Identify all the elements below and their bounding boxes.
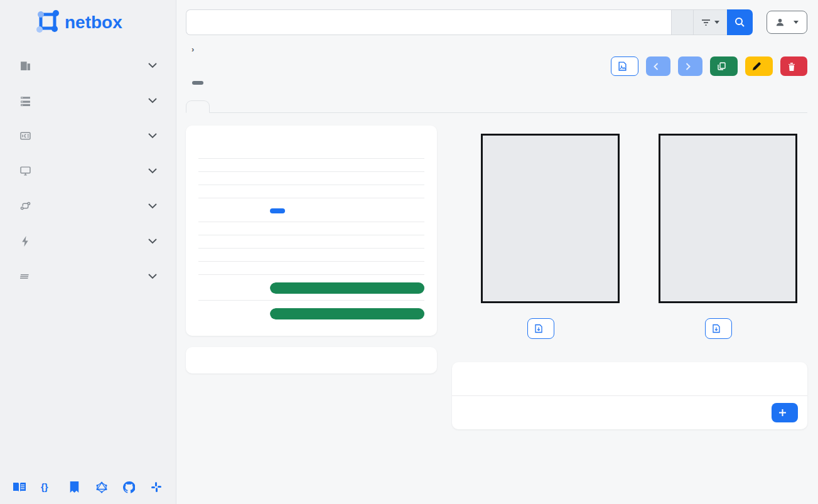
lines-icon [19,270,31,282]
add-non-racked-device-button[interactable] [772,403,798,422]
content-area [186,126,807,429]
trash-icon [788,62,795,71]
main-content: › [176,0,818,504]
search-icon [735,17,745,28]
github-icon[interactable] [122,480,136,494]
sidebar-item-ipam[interactable] [0,118,176,153]
table-row-asset-tag [198,248,424,261]
table-row-facility-id [198,171,424,185]
non-racked-devices-panel [452,362,807,429]
non-racked-empty-text [452,374,807,395]
tab-change-log[interactable] [232,100,255,113]
docs-book-icon[interactable] [13,480,26,494]
unit-numbers [462,134,476,303]
breadcrumb: › [186,45,807,54]
top-navbar [186,9,807,35]
sidebar-item-circuits[interactable] [0,188,176,223]
rack-frame [659,134,797,303]
table-row-site [198,146,424,158]
rest-api-icon[interactable]: {} [40,480,54,494]
filter-icon [701,19,711,26]
table-row-space-utilization [198,274,424,300]
svg-text:{}: {} [41,481,48,492]
circuit-icon [19,200,31,212]
sidebar-item-power[interactable] [0,223,176,259]
copy-icon [718,62,726,71]
ipam-icon [19,129,31,142]
sidebar-footer: {} [0,480,176,504]
file-download-icon [535,324,542,333]
delete-button[interactable] [780,56,807,76]
search-scope-button[interactable] [671,9,693,35]
tab-rack[interactable] [186,100,210,113]
table-row-role [198,222,424,235]
table-row-status [198,198,424,222]
rack-elevations [452,126,807,339]
previous-button[interactable] [646,56,670,76]
table-row-tenant [198,185,424,198]
chevron-down-icon [148,63,157,68]
power-utilization-bar [270,308,424,319]
chevron-down-icon [148,98,157,104]
right-column [452,126,807,429]
edit-button[interactable] [745,56,773,76]
breadcrumb-chevron-icon: › [191,45,194,54]
search-submit-button[interactable] [727,9,753,35]
sidebar-item-organization[interactable] [0,48,176,83]
table-row-location [198,158,424,171]
chevron-down-icon [148,239,157,244]
graphql-icon[interactable] [95,480,109,494]
chevron-down-icon [148,203,157,209]
person-icon [775,18,785,27]
netbox-logo[interactable]: netbox [0,3,176,43]
chevron-left-icon [654,63,659,70]
api-docs-icon[interactable] [67,480,81,494]
download-svg-rear-button[interactable] [705,318,732,339]
front-elevation [452,126,630,339]
progress-label [270,282,424,294]
pencil-icon [753,62,761,70]
hide-images-button[interactable] [611,56,638,76]
slack-icon[interactable] [149,480,163,494]
caret-down-icon [714,21,719,24]
rack-attributes-table [198,146,424,326]
progress-label [270,308,424,319]
sidebar-item-devices[interactable] [0,83,176,118]
status-badge[interactable] [270,208,285,213]
building-icon [19,59,31,72]
next-panel-stub [186,347,437,373]
rack-frame [481,134,620,303]
global-search [186,9,753,35]
chevron-down-icon [148,274,157,279]
svg-text:netbox: netbox [65,13,122,32]
next-button[interactable] [678,56,702,76]
caret-down-icon [794,21,799,24]
tab-journal[interactable] [210,100,232,113]
file-download-icon [713,324,720,333]
panel-title [452,362,807,374]
user-menu-button[interactable] [767,11,807,34]
download-svg-front-button[interactable] [527,318,554,339]
search-input[interactable] [186,9,671,35]
table-row-power-utilization [198,300,424,326]
plus-icon [779,409,786,416]
sidebar-nav [0,48,176,480]
chevron-right-icon [686,63,691,70]
object-id-badge [192,81,203,85]
space-utilization-bar [270,282,424,294]
unit-numbers [640,134,654,303]
table-row-serial-number [198,235,424,248]
sidebar-item-other[interactable] [0,259,176,294]
table-row-devices [198,261,424,274]
left-column [186,126,437,429]
tab-bar [186,100,807,113]
object-meta [186,81,807,85]
chevron-down-icon [148,168,157,174]
page-header [186,56,807,76]
sidebar-item-virtualization[interactable] [0,153,176,188]
search-filter-button[interactable] [693,9,727,35]
sidebar: netbox [0,0,176,504]
chevron-down-icon [148,133,157,139]
clone-button[interactable] [710,56,738,76]
rack-info-panel [186,126,437,336]
